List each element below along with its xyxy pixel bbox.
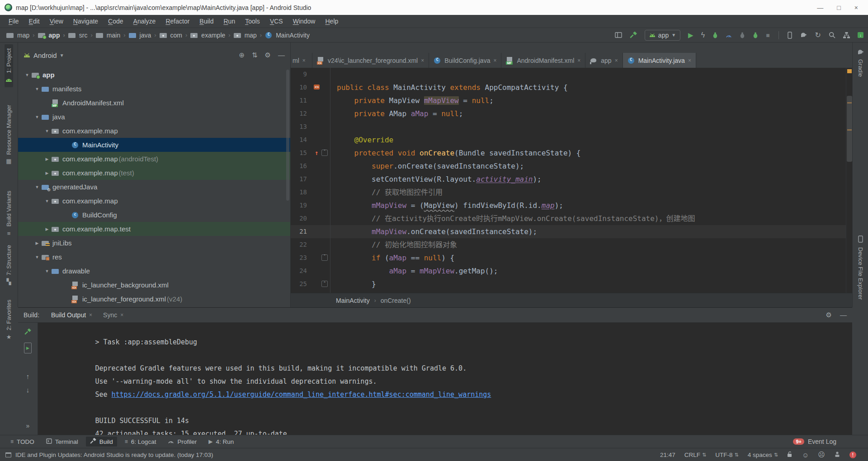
editor-tab[interactable]: v24\ic_launcher_foreground.xml ×	[312, 53, 429, 68]
menu-item[interactable]: Help	[320, 16, 343, 26]
tree-item[interactable]: res	[18, 250, 290, 264]
tool-window-button[interactable]: ≡ 6: Logcat	[121, 437, 160, 447]
editor-tab[interactable]: BuildConfig.java ×	[429, 53, 501, 68]
menu-item[interactable]: Build	[194, 16, 218, 26]
code-line[interactable]: 12 private AMap aMap = null;	[291, 107, 852, 120]
breadcrumb-item[interactable]: example ›	[190, 32, 233, 39]
tree-item[interactable]: drawable	[18, 264, 290, 278]
more-actions-icon[interactable]: »	[26, 420, 30, 431]
menu-item[interactable]: Refactor	[160, 16, 194, 26]
editor-tab[interactable]: AndroidManifest.xml ×	[501, 53, 585, 68]
tree-item[interactable]: jniLibs	[18, 236, 290, 250]
code-line[interactable]: 19 mMapView = (MapView) findViewById(R.i…	[291, 199, 852, 212]
gutter-icon[interactable]	[311, 94, 330, 107]
gutter-icon[interactable]	[311, 68, 330, 81]
scrollbar-thumb[interactable]	[847, 96, 852, 162]
code-line[interactable]: 9	[291, 68, 852, 81]
code-line[interactable]: 21 mMapView.onCreate(savedInstanceState)…	[291, 225, 852, 238]
layout-inspector-icon[interactable]	[615, 32, 622, 38]
run-configuration-select[interactable]: app ▼	[645, 30, 680, 41]
gutter-icon[interactable]	[311, 146, 330, 160]
menu-item[interactable]: Run	[218, 16, 240, 26]
code-line[interactable]: 26	[291, 291, 852, 293]
code-line[interactable]: 16 super.onCreate(savedInstanceState);	[291, 160, 852, 173]
tree-item[interactable]: com.example.map (test)	[18, 166, 290, 180]
breadcrumb-class[interactable]: MainActivity	[336, 297, 370, 304]
next-message-icon[interactable]: ↓	[26, 384, 30, 395]
tree-expand-arrow-icon[interactable]	[23, 73, 32, 77]
minimize-button[interactable]: —	[817, 4, 823, 11]
breadcrumb-item[interactable]: com ›	[160, 32, 191, 39]
menu-item[interactable]: Edit	[24, 16, 45, 26]
close-tab-icon[interactable]: ×	[615, 57, 618, 64]
close-tab-icon[interactable]: ×	[493, 57, 496, 64]
apply-changes-icon[interactable]: ϟ	[701, 31, 705, 39]
code-line[interactable]: 13	[291, 120, 852, 133]
code-line[interactable]: 17 setContentView(R.layout.activity_main…	[291, 173, 852, 186]
menu-item[interactable]: Tools	[240, 16, 265, 26]
collapse-all-icon[interactable]: ⇅	[252, 51, 258, 59]
restart-build-icon[interactable]	[24, 326, 31, 337]
build-panel-tab[interactable]: Sync ×	[98, 308, 129, 322]
menu-item[interactable]: Navigate	[68, 16, 103, 26]
breadcrumb-item[interactable]: MainActivity ›	[265, 32, 310, 39]
code-line[interactable]: 15 protected void onCreate(Bundle savedI…	[291, 146, 852, 160]
breadcrumb-item[interactable]: src ›	[68, 32, 96, 39]
tool-window-tab[interactable]: 7: Structure ▚	[5, 241, 13, 289]
gutter-icon[interactable]	[311, 251, 330, 264]
editor-tab[interactable]: app ×	[585, 53, 623, 68]
build-panel-tab[interactable]: Build Output ×	[46, 308, 98, 322]
tree-item[interactable]: AndroidManifest.xml	[18, 96, 290, 110]
tree-expand-arrow-icon[interactable]	[42, 199, 52, 203]
stop-icon[interactable]: ■	[766, 32, 769, 39]
smiley-happy-icon[interactable]: ☺	[802, 451, 809, 459]
tool-window-tab[interactable]: Build Variants ≡	[5, 187, 13, 240]
gutter-icon[interactable]	[311, 291, 330, 293]
close-tab-icon[interactable]: ×	[421, 57, 424, 64]
locate-file-icon[interactable]: ⊕	[239, 51, 245, 59]
tree-expand-arrow-icon[interactable]	[33, 185, 42, 189]
tree-item[interactable]: java	[18, 110, 290, 124]
refresh-icon[interactable]: ↻	[815, 31, 821, 39]
gutter-icon[interactable]	[311, 278, 330, 291]
close-tab-icon[interactable]: ×	[120, 312, 123, 318]
editor-tab[interactable]: MainActivity.java ×	[623, 53, 696, 68]
build-output[interactable]: > Task :app:assembleDebug Deprecated Gra…	[38, 323, 852, 435]
tree-expand-arrow-icon[interactable]	[42, 269, 52, 273]
code-editor[interactable]: 9 10 public class MainActivity extends A…	[291, 68, 852, 293]
project-structure-icon[interactable]	[843, 32, 850, 38]
profile-icon[interactable]	[726, 33, 732, 38]
tree-item[interactable]: com.example.map.test	[18, 222, 290, 236]
menu-item[interactable]: Window	[288, 16, 321, 26]
menu-item[interactable]: Analyze	[128, 16, 161, 26]
event-log-button[interactable]: 9+ Event Log	[793, 438, 836, 445]
code-line[interactable]: 14 @Override	[291, 133, 852, 146]
close-tab-icon[interactable]: ×	[302, 57, 306, 64]
gutter-icon[interactable]	[311, 264, 330, 278]
search-everywhere-icon[interactable]	[829, 32, 835, 38]
tree-expand-arrow-icon[interactable]	[33, 255, 42, 259]
menu-item[interactable]: Code	[103, 16, 128, 26]
gutter-icon[interactable]	[311, 120, 330, 133]
tree-item[interactable]: com.example.map	[18, 194, 290, 208]
editor-scrollbar[interactable]	[846, 68, 852, 293]
build-hammer-icon[interactable]	[630, 32, 637, 38]
tree-item[interactable]: app	[18, 68, 290, 82]
code-line[interactable]: 25 }	[291, 278, 852, 291]
code-line[interactable]: 22 // 初始化地图控制器对象	[291, 238, 852, 251]
tree-item[interactable]: MainActivity	[18, 138, 290, 152]
settings-gear-icon[interactable]: ⚙	[265, 51, 271, 59]
tree-item[interactable]: manifests	[18, 82, 290, 96]
close-tab-icon[interactable]: ×	[89, 312, 92, 318]
lock-icon[interactable]	[787, 451, 793, 459]
attach-debugger-icon[interactable]	[740, 32, 745, 38]
tree-expand-arrow-icon[interactable]	[33, 115, 42, 119]
gutter-icon[interactable]	[311, 225, 330, 238]
code-line[interactable]: 18 // 获取地图控件引用	[291, 186, 852, 199]
tree-item[interactable]: ic_launcher_foreground.xml (v24)	[18, 292, 290, 306]
code-line[interactable]: 24 aMap = mMapView.getMap();	[291, 264, 852, 278]
code-line[interactable]: 20 // 在activity执行onCreate时执行mMapView.onC…	[291, 212, 852, 225]
project-view-selector[interactable]: Android	[33, 52, 57, 59]
tree-item[interactable]: generatedJava	[18, 180, 290, 194]
tree-expand-arrow-icon[interactable]	[42, 227, 52, 231]
